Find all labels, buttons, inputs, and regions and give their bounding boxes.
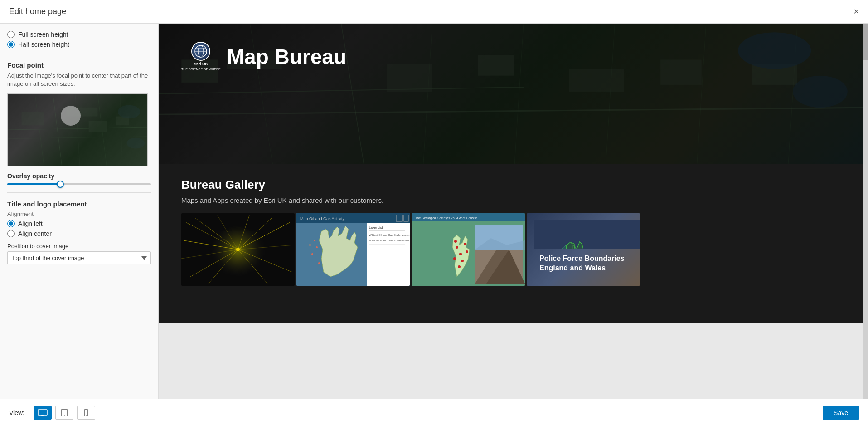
position-select[interactable]: Top third of the cover image Middle thir… xyxy=(7,251,151,264)
overlay-opacity-label: Overlay opacity xyxy=(7,172,151,180)
bottom-bar: View: xyxy=(0,399,868,426)
hero-title-group: Map Bureau xyxy=(227,46,346,67)
svg-point-78 xyxy=(464,243,466,245)
focal-point-image[interactable] xyxy=(7,93,148,166)
hero-title: Map Bureau xyxy=(227,46,346,67)
svg-line-6 xyxy=(120,94,122,166)
main-layout: Full screen height Half screen height Fo… xyxy=(0,24,868,399)
hero-section: esri UKTHE SCIENCE OF WHERE Map Bureau xyxy=(159,24,863,164)
preview-area: esri UKTHE SCIENCE OF WHERE Map Bureau B… xyxy=(159,24,868,399)
svg-point-74 xyxy=(459,253,462,255)
police-card-image xyxy=(534,220,640,249)
close-button[interactable]: × xyxy=(853,6,859,17)
svg-point-76 xyxy=(461,260,464,262)
svg-line-3 xyxy=(75,94,80,166)
police-card-title: Police Force Boundaries England and Wale… xyxy=(539,254,627,273)
opacity-slider-thumb[interactable] xyxy=(57,181,64,188)
overlay-opacity-section: Overlay opacity xyxy=(7,172,151,185)
mobile-icon xyxy=(81,409,91,416)
svg-line-4 xyxy=(35,94,44,166)
dialog-title: Edit home page xyxy=(9,7,66,16)
uk-map-svg: Map Oil and Gas Activity Layer List Wild… xyxy=(296,213,410,286)
svg-text:Layer List: Layer List xyxy=(369,226,383,230)
svg-text:The Geological Society's 250-G: The Geological Society's 250-Great Geosi… xyxy=(415,216,480,220)
full-screen-label: Full screen height xyxy=(18,31,68,38)
police-svg xyxy=(534,220,640,249)
focal-point-heading: Focal point xyxy=(7,61,151,69)
position-label: Position to cover image xyxy=(7,243,151,250)
divider-2 xyxy=(7,192,151,193)
police-card-text-container: Police Force Boundaries England and Wale… xyxy=(534,249,633,279)
gallery-cards: Map Oil and Gas Activity Layer List Wild… xyxy=(181,213,840,286)
title-logo-heading: Title and logo placement xyxy=(7,200,151,208)
focal-point-dot[interactable] xyxy=(61,106,81,126)
svg-rect-63 xyxy=(369,244,405,245)
svg-rect-86 xyxy=(534,220,640,249)
gallery-card-2[interactable]: Map Oil and Gas Activity Layer List Wild… xyxy=(296,213,410,286)
geo-map-svg: The Geological Society's 250-Great Geosi… xyxy=(412,213,525,286)
preview-scroll-thumb xyxy=(863,24,868,60)
opacity-slider-track xyxy=(7,183,151,185)
alignment-section: Alignment Align left Align center xyxy=(7,211,151,237)
svg-point-77 xyxy=(458,265,461,268)
network-card-bg xyxy=(181,213,295,286)
svg-rect-98 xyxy=(84,410,88,416)
svg-rect-7 xyxy=(22,112,44,126)
svg-point-67 xyxy=(314,240,315,241)
tablet-icon xyxy=(59,409,69,416)
gallery-card-1[interactable] xyxy=(181,213,295,286)
align-left-radio[interactable] xyxy=(7,220,15,227)
gallery-description: Maps and Apps created by Esri UK and sha… xyxy=(181,196,840,204)
preview-scroll-right[interactable] xyxy=(863,24,868,399)
focal-point-desc: Adjust the image's focal point to center… xyxy=(7,72,151,88)
desktop-icon xyxy=(38,409,48,416)
svg-text:Map Oil and Gas Activity: Map Oil and Gas Activity xyxy=(300,216,345,221)
svg-point-79 xyxy=(454,240,457,243)
svg-rect-60 xyxy=(369,230,405,231)
map-grid-lines xyxy=(8,94,147,166)
svg-rect-96 xyxy=(61,410,68,416)
save-button[interactable]: Save xyxy=(823,406,859,420)
half-screen-label: Half screen height xyxy=(18,41,69,48)
svg-point-12 xyxy=(127,138,145,149)
view-label: View: xyxy=(9,409,24,416)
svg-point-80 xyxy=(466,250,468,253)
align-left-option[interactable]: Align left xyxy=(7,220,151,227)
esri-uk-text: esri UKTHE SCIENCE OF WHERE xyxy=(181,62,221,72)
align-left-label: Align left xyxy=(18,220,43,227)
divider-1 xyxy=(7,54,151,54)
full-screen-option[interactable]: Full screen height xyxy=(7,31,151,38)
gallery-card-3[interactable]: The Geological Society's 250-Great Geosi… xyxy=(412,213,525,286)
view-section: View: xyxy=(9,406,95,420)
globe-inner xyxy=(192,43,209,60)
alignment-group: Align left Align center xyxy=(7,220,151,237)
hero-content: esri UKTHE SCIENCE OF WHERE Map Bureau xyxy=(181,42,346,72)
mobile-view-button[interactable] xyxy=(77,406,95,420)
align-center-option[interactable]: Align center xyxy=(7,230,151,237)
network-svg xyxy=(181,213,295,286)
svg-text:Wildcat Oil and Gas Presentati: Wildcat Oil and Gas Presentation... xyxy=(369,239,410,242)
full-screen-radio[interactable] xyxy=(7,31,15,38)
position-dropdown-section: Position to cover image Top third of the… xyxy=(7,243,151,264)
desktop-view-button[interactable] xyxy=(34,406,52,420)
gallery-section: Bureau Gallery Maps and Apps created by … xyxy=(159,164,863,323)
view-buttons xyxy=(34,406,95,420)
align-center-label: Align center xyxy=(18,230,52,237)
svg-point-68 xyxy=(309,244,311,246)
focal-map-background xyxy=(8,94,147,166)
gallery-title: Bureau Gallery xyxy=(181,178,840,192)
svg-line-1 xyxy=(8,137,147,139)
svg-point-75 xyxy=(453,257,456,260)
screen-height-group: Full screen height Half screen height xyxy=(7,31,151,48)
top-bar: Edit home page × xyxy=(0,0,868,24)
gallery-card-police[interactable]: Police Force Boundaries England and Wale… xyxy=(527,213,640,286)
alignment-label: Alignment xyxy=(7,211,151,217)
half-screen-option[interactable]: Half screen height xyxy=(7,41,151,48)
svg-line-2 xyxy=(53,94,62,166)
left-panel: Full screen height Half screen height Fo… xyxy=(0,24,159,399)
half-screen-radio[interactable] xyxy=(7,41,15,48)
svg-point-66 xyxy=(318,262,320,264)
align-center-radio[interactable] xyxy=(7,230,15,237)
tablet-view-button[interactable] xyxy=(55,406,73,420)
svg-rect-58 xyxy=(367,223,410,286)
